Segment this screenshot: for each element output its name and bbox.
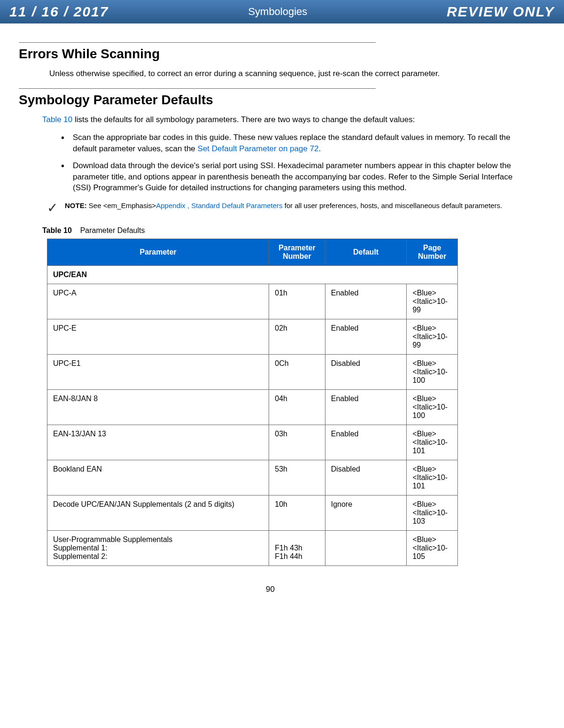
cell-num: 10h	[269, 496, 325, 531]
intro-paragraph: Table 10 lists the defaults for all symb…	[42, 115, 522, 125]
note-post: for all user preferences, hosts, and mis…	[283, 201, 502, 209]
cell-page: <Blue><Italic>10-101	[407, 460, 458, 496]
cell-num: 53h	[269, 460, 325, 496]
cell-num: 0Ch	[269, 355, 325, 390]
col-header-parameter: Parameter	[47, 239, 269, 266]
appendix-link[interactable]: Appendix , Standard Default Parameters	[156, 201, 282, 209]
parameter-defaults-table: Parameter Parameter Number Default Page …	[47, 239, 458, 566]
cell-default: Enabled	[325, 319, 407, 355]
table-row: UPC-E1 0Ch Disabled <Blue><Italic>10-100	[47, 355, 458, 390]
table-row: Decode UPC/EAN/JAN Supplementals (2 and …	[47, 496, 458, 531]
cell-param: Decode UPC/EAN/JAN Supplementals (2 and …	[47, 496, 269, 531]
cell-param: UPC-E	[47, 319, 269, 355]
cell-page: <Blue><Italic>10-100	[407, 390, 458, 425]
multi-line3: Supplemental 2:	[53, 552, 263, 561]
divider	[19, 88, 376, 89]
cell-page: <Blue><Italic>10-105	[407, 531, 458, 566]
set-default-link[interactable]: Set Default Parameter on page 72	[198, 144, 319, 153]
cell-page: <Blue><Italic>10-101	[407, 425, 458, 460]
note-text: NOTE: See <em_Emphasis>Appendix , Standa…	[65, 201, 502, 210]
note-label: NOTE:	[65, 201, 87, 209]
table-row: User-Programmable Supplementals Suppleme…	[47, 531, 458, 566]
cell-param: EAN-13/JAN 13	[47, 425, 269, 460]
table-row: UPC-A 01h Enabled <Blue><Italic>10-99	[47, 284, 458, 319]
cell-param: User-Programmable Supplementals Suppleme…	[47, 531, 269, 566]
cell-page: <Blue><Italic>10-100	[407, 355, 458, 390]
cell-param: Bookland EAN	[47, 460, 269, 496]
col-header-page: Page Number	[407, 239, 458, 266]
cell-default: Enabled	[325, 284, 407, 319]
cell-num: F1h 43h F1h 44h	[269, 531, 325, 566]
checkmark-icon: ✓	[47, 201, 58, 215]
cell-num: 04h	[269, 390, 325, 425]
col-header-default: Default	[325, 239, 407, 266]
cell-default: Ignore	[325, 496, 407, 531]
cell-default: Disabled	[325, 355, 407, 390]
cell-page: <Blue><Italic>10-99	[407, 284, 458, 319]
cell-page: <Blue><Italic>10-99	[407, 319, 458, 355]
bullet-item: Scan the appropriate bar codes in this g…	[61, 132, 522, 155]
col-header-number: Parameter Number	[269, 239, 325, 266]
multi-num2: F1h 43h	[275, 544, 319, 552]
header-title: Symbologies	[248, 6, 307, 18]
table-caption-label: Table 10	[42, 226, 72, 234]
header-review-stamp: REVIEW ONLY	[447, 4, 555, 20]
page-content: Errors While Scanning Unless otherwise s…	[0, 23, 564, 604]
page-header: 11 / 16 / 2017 Symbologies REVIEW ONLY	[0, 0, 564, 23]
cell-param: UPC-A	[47, 284, 269, 319]
multi-line1: User-Programmable Supplementals	[53, 535, 263, 544]
cell-param: UPC-E1	[47, 355, 269, 390]
multi-num3: F1h 44h	[275, 552, 319, 561]
cell-num: 01h	[269, 284, 325, 319]
section-heading-errors: Errors While Scanning	[19, 46, 522, 62]
cell-default: Enabled	[325, 390, 407, 425]
section-heading-defaults: Symbology Parameter Defaults	[19, 93, 522, 108]
note-pre: See <em_Emphasis>	[89, 201, 156, 209]
note-block: ✓ NOTE: See <em_Emphasis>Appendix , Stan…	[47, 201, 522, 215]
bullet-item: Download data through the device's seria…	[61, 160, 522, 194]
multi-line2: Supplemental 1:	[53, 544, 263, 552]
table-header-row: Parameter Parameter Number Default Page …	[47, 239, 458, 266]
cell-num: 02h	[269, 319, 325, 355]
cell-default	[325, 531, 407, 566]
table-row: Bookland EAN 53h Disabled <Blue><Italic>…	[47, 460, 458, 496]
cell-num: 03h	[269, 425, 325, 460]
cell-default: Disabled	[325, 460, 407, 496]
section-body-errors: Unless otherwise specified, to correct a…	[49, 69, 522, 79]
header-date: 11 / 16 / 2017	[9, 4, 109, 20]
divider	[19, 42, 376, 43]
table-caption-text: Parameter Defaults	[80, 226, 145, 234]
cell-page: <Blue><Italic>10-103	[407, 496, 458, 531]
table-row: EAN-8/JAN 8 04h Enabled <Blue><Italic>10…	[47, 390, 458, 425]
table-row: EAN-13/JAN 13 03h Enabled <Blue><Italic>…	[47, 425, 458, 460]
cell-param: EAN-8/JAN 8	[47, 390, 269, 425]
intro-text: lists the defaults for all symbology par…	[72, 115, 415, 124]
table-ref-link[interactable]: Table 10	[42, 115, 72, 124]
table-section-row: UPC/EAN	[47, 266, 458, 284]
table-section-label: UPC/EAN	[47, 266, 458, 284]
table-caption: Table 10 Parameter Defaults	[42, 226, 522, 235]
bullet-list: Scan the appropriate bar codes in this g…	[61, 132, 522, 194]
page-number: 90	[19, 585, 522, 594]
cell-default: Enabled	[325, 425, 407, 460]
table-row: UPC-E 02h Enabled <Blue><Italic>10-99	[47, 319, 458, 355]
bullet-text-post: .	[319, 144, 321, 153]
